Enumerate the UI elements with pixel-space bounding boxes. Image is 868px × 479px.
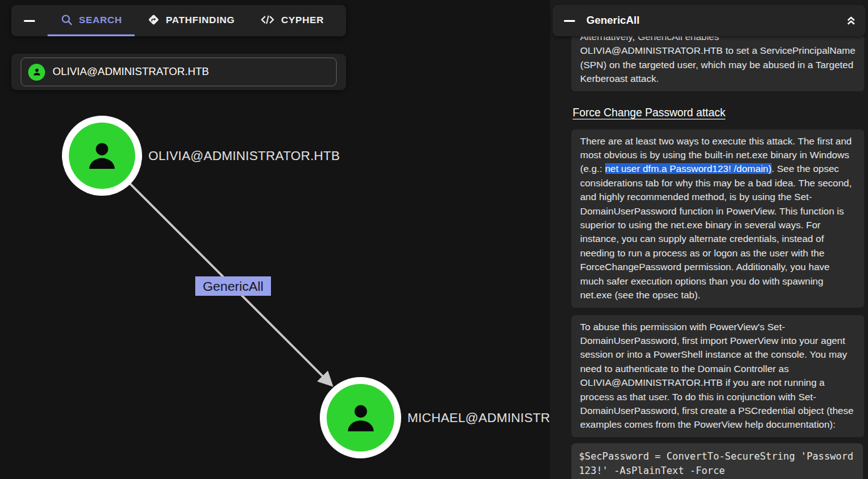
edge-label-genericall[interactable]: GenericAll xyxy=(195,276,271,296)
code-block: $SecPassword = ConvertTo-SecureString 'P… xyxy=(571,443,863,479)
minus-icon xyxy=(564,20,575,22)
node-olivia[interactable]: OLIVIA@ADMINISTRATOR.HTB xyxy=(62,116,340,196)
search-icon xyxy=(60,13,73,26)
user-icon xyxy=(81,135,123,176)
user-avatar-icon xyxy=(28,64,45,81)
tab-search-label: SEARCH xyxy=(79,14,122,26)
search-input[interactable]: OLIVIA@ADMINISTRATOR.HTB xyxy=(21,58,337,86)
section-heading: Force Change Password attack xyxy=(573,106,864,119)
expand-panel-button[interactable] xyxy=(837,14,865,28)
tab-cypher[interactable]: CYPHER xyxy=(247,5,336,36)
node-label: MICHAEL@ADMINISTRATOR.HTB xyxy=(407,410,550,425)
user-node-circle[interactable] xyxy=(320,377,401,458)
search-input-value: OLIVIA@ADMINISTRATOR.HTB xyxy=(53,66,209,78)
bloodhound-app: OLIVIA@ADMINISTRATOR.HTB MICHAEL@ADMINIS… xyxy=(0,0,868,479)
explore-tab-bar: SEARCH PATHFINDING CYPHER xyxy=(11,5,346,36)
collapse-panel-button[interactable] xyxy=(553,20,586,22)
attack-description-paragraph: There are at least two ways to execute t… xyxy=(571,129,864,308)
powerview-paragraph: To abuse this permission with PowerView'… xyxy=(571,315,864,437)
abuse-intro-paragraph: Alternatively, GenericAll enables OLIVIA… xyxy=(571,36,864,91)
edge-info-content[interactable]: Alternatively, GenericAll enables OLIVIA… xyxy=(550,36,868,479)
tab-pathfinding[interactable]: PATHFINDING xyxy=(135,5,247,36)
graph-canvas[interactable]: OLIVIA@ADMINISTRATOR.HTB MICHAEL@ADMINIS… xyxy=(0,0,550,479)
pathfinding-icon xyxy=(147,13,160,26)
collapse-search-button[interactable] xyxy=(11,5,48,36)
tab-search[interactable]: SEARCH xyxy=(48,5,135,36)
edge-info-title: GenericAll xyxy=(586,14,837,27)
search-card: OLIVIA@ADMINISTRATOR.HTB xyxy=(11,54,346,90)
tab-pathfinding-label: PATHFINDING xyxy=(166,14,235,26)
tab-cypher-label: CYPHER xyxy=(281,14,324,26)
cypher-code-icon xyxy=(260,13,275,26)
user-node-circle[interactable] xyxy=(62,116,142,196)
chevrons-up-icon xyxy=(844,14,858,28)
edge-info-header: GenericAll xyxy=(553,5,865,36)
user-icon xyxy=(340,397,382,439)
node-michael[interactable]: MICHAEL@ADMINISTRATOR.HTB xyxy=(320,377,550,458)
paragraph-text: . See the opsec considerations tab for w… xyxy=(580,163,852,300)
highlighted-command: net user dfm.a Password123! /domain) xyxy=(605,163,772,174)
node-label: OLIVIA@ADMINISTRATOR.HTB xyxy=(148,148,340,163)
edge-info-panel: GenericAll Alternatively, GenericAll ena… xyxy=(550,0,868,479)
minus-icon xyxy=(24,20,35,22)
